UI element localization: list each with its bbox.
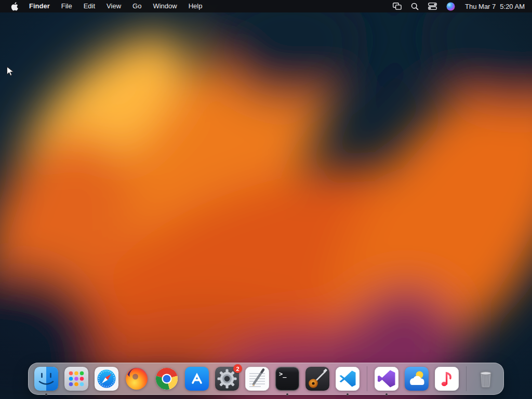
- search-icon: [411, 3, 419, 10]
- dock-item-firefox[interactable]: [125, 367, 149, 391]
- running-indicator: [45, 393, 47, 395]
- finder-icon: [34, 367, 58, 391]
- menu-item-go[interactable]: Go: [127, 0, 147, 12]
- apple-logo-icon: [10, 2, 18, 11]
- control-center-menu-button[interactable]: [423, 3, 442, 10]
- music-icon: [435, 367, 459, 391]
- dock-item-trash[interactable]: [474, 367, 498, 391]
- safari-icon: [95, 367, 118, 391]
- notification-badge: 2: [233, 364, 242, 373]
- siri-menu-button[interactable]: [442, 2, 460, 11]
- dock-item-weather[interactable]: [405, 367, 429, 391]
- launchpad-icon: [64, 367, 88, 391]
- dock-item-app-store[interactable]: [185, 367, 209, 391]
- menu-item-edit[interactable]: Edit: [78, 0, 101, 12]
- dock-item-finder[interactable]: [34, 367, 58, 391]
- dock-item-system-settings[interactable]: 2: [215, 367, 239, 391]
- menu-bar-status-area: Thu Mar 75:20 AM: [388, 2, 532, 11]
- dock-item-chrome[interactable]: [155, 367, 179, 391]
- visual-studio-icon: [375, 367, 398, 391]
- mouse-cursor: [6, 66, 15, 77]
- dock-item-textedit[interactable]: [245, 367, 269, 391]
- apple-menu[interactable]: [4, 2, 23, 11]
- running-indicator: [286, 393, 288, 395]
- siri-icon: [446, 2, 455, 11]
- clock-time: 5:20 AM: [500, 3, 525, 10]
- dock-item-garageband[interactable]: [305, 367, 329, 391]
- dock-item-terminal[interactable]: >_: [275, 367, 299, 391]
- weather-icon: [405, 367, 429, 391]
- spotlight-menu-button[interactable]: [406, 3, 423, 10]
- terminal-icon: >_: [275, 367, 299, 391]
- textedit-icon: [245, 367, 269, 391]
- dock-item-safari[interactable]: [95, 367, 118, 391]
- firefox-icon: [125, 367, 149, 391]
- menu-item-file[interactable]: File: [56, 0, 78, 12]
- dock-item-music[interactable]: [435, 367, 459, 391]
- stage-manager-icon: [393, 3, 402, 10]
- stage-manager-menu-button[interactable]: [388, 3, 406, 10]
- dock-item-launchpad[interactable]: [64, 367, 88, 391]
- menu-bar-clock[interactable]: Thu Mar 75:20 AM: [460, 3, 525, 10]
- menu-item-finder[interactable]: Finder: [23, 0, 56, 12]
- control-center-icon: [428, 3, 437, 10]
- dock: 2: [28, 363, 504, 395]
- dock-item-vscode[interactable]: [336, 367, 360, 391]
- menu-bar: Finder File Edit View Go Window Help: [0, 0, 532, 12]
- app-store-icon: [185, 367, 209, 391]
- menu-item-view[interactable]: View: [101, 0, 127, 12]
- garageband-icon: [305, 367, 329, 391]
- running-indicator: [385, 393, 388, 395]
- trash-icon: [474, 367, 498, 391]
- dock-divider: [367, 366, 367, 391]
- desktop-wallpaper: [0, 0, 532, 399]
- running-indicator: [347, 393, 349, 395]
- dock-divider: [466, 366, 467, 391]
- svg-text:>_: >_: [279, 370, 287, 378]
- menu-item-window[interactable]: Window: [147, 0, 182, 12]
- dock-item-visual-studio[interactable]: [375, 367, 398, 391]
- menu-bar-left: Finder File Edit View Go Window Help: [0, 0, 208, 12]
- menu-item-help[interactable]: Help: [183, 0, 208, 12]
- clock-date: Thu Mar 7: [465, 3, 496, 10]
- chrome-icon: [155, 367, 179, 391]
- vscode-icon: [336, 367, 360, 391]
